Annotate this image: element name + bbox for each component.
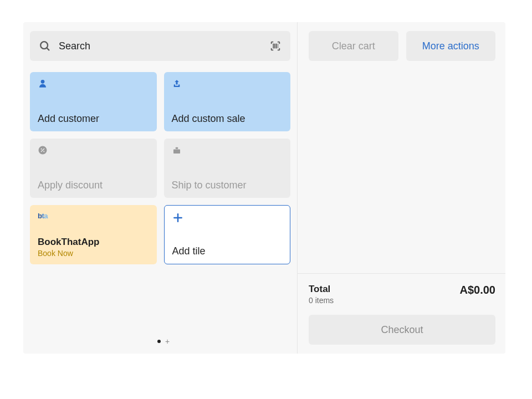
tile-app-title: BookThatApp: [38, 237, 149, 248]
svg-rect-8: [173, 85, 175, 86]
total-row: Total 0 items A$0.00: [309, 284, 495, 305]
search-placeholder: Search: [59, 40, 269, 52]
pager: +: [30, 337, 297, 354]
discount-icon: [38, 145, 149, 157]
apply-discount-tile: Apply discount: [30, 139, 157, 198]
tile-label: Add customer: [38, 113, 149, 125]
person-icon: [38, 79, 149, 91]
tile-label: Add tile: [172, 245, 283, 257]
search-icon: [39, 40, 51, 52]
svg-rect-14: [173, 150, 180, 154]
svg-point-12: [43, 151, 44, 152]
clear-cart-button[interactable]: Clear cart: [309, 31, 398, 61]
pager-add-page[interactable]: +: [165, 337, 170, 346]
tile-label: Apply discount: [38, 180, 149, 191]
total-label: Total: [309, 284, 334, 295]
ship-to-customer-tile: Ship to customer: [164, 139, 291, 198]
button-label: Checkout: [381, 324, 423, 336]
add-tile-button[interactable]: Add tile: [164, 205, 291, 264]
barcode-scan-icon[interactable]: [269, 40, 282, 52]
tile-label: Ship to customer: [172, 180, 283, 191]
tile-grid: Add customer Add custom sale: [30, 72, 290, 264]
pager-dot-active[interactable]: [157, 340, 161, 343]
add-customer-tile[interactable]: Add customer: [30, 72, 157, 131]
svg-point-6: [41, 80, 45, 84]
bta-logo: bta: [38, 212, 149, 220]
ship-icon: [172, 145, 283, 157]
total-amount: A$0.00: [460, 284, 496, 296]
svg-point-11: [41, 149, 42, 150]
left-panel: Search: [23, 22, 297, 354]
checkout-button[interactable]: Checkout: [309, 315, 495, 345]
svg-line-1: [47, 48, 49, 50]
button-label: More actions: [422, 40, 479, 52]
total-items: 0 items: [309, 296, 334, 305]
upload-icon: [172, 79, 283, 91]
cart-actions: Clear cart More actions: [309, 31, 495, 61]
svg-rect-9: [178, 85, 180, 86]
cart-footer: Total 0 items A$0.00 Checkout: [298, 273, 505, 345]
button-label: Clear cart: [332, 40, 375, 52]
tile-app-subtitle: Book Now: [38, 249, 149, 258]
svg-rect-15: [175, 147, 178, 149]
cart-panel: Clear cart More actions Total 0 items A$…: [297, 22, 505, 354]
bookthatapp-tile[interactable]: bta BookThatApp Book Now: [30, 205, 157, 264]
add-custom-sale-tile[interactable]: Add custom sale: [164, 72, 291, 131]
search-input[interactable]: Search: [30, 31, 290, 61]
more-actions-button[interactable]: More actions: [406, 31, 496, 61]
tile-label: Add custom sale: [172, 113, 283, 125]
plus-icon: [172, 212, 283, 224]
